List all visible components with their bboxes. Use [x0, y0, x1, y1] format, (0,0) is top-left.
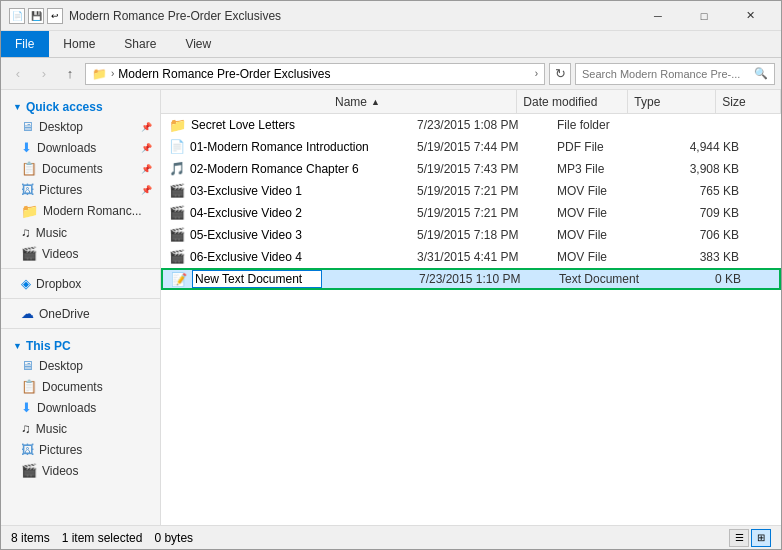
large-icons-view-button[interactable]: ⊞: [751, 529, 771, 547]
ribbon: File Home Share View: [1, 31, 781, 58]
table-row[interactable]: 🎬 05-Exclusive Video 3 5/19/2015 7:18 PM…: [161, 224, 781, 246]
sidebar-item-desktop[interactable]: 🖥 Desktop 📌: [1, 116, 160, 137]
desktop2-icon: 🖥: [21, 358, 34, 373]
table-row[interactable]: 🎬 03-Exclusive Video 1 5/19/2015 7:21 PM…: [161, 180, 781, 202]
file-cell-type: File folder: [557, 118, 667, 132]
col-type-label: Type: [634, 95, 660, 109]
file-cell-type: MOV File: [557, 184, 667, 198]
sidebar-item-videos2[interactable]: 🎬 Videos: [1, 460, 160, 481]
save-icon[interactable]: 💾: [28, 8, 44, 24]
videos-icon: 🎬: [21, 246, 37, 261]
table-row[interactable]: 🎬 06-Exclusive Video 4 3/31/2015 4:41 PM…: [161, 246, 781, 268]
sidebar-item-downloads2-label: Downloads: [37, 401, 96, 415]
sidebar-item-downloads[interactable]: ⬇ Downloads 📌: [1, 137, 160, 158]
file-cell-date: 7/23/2015 1:10 PM: [419, 272, 559, 286]
up-button[interactable]: ↑: [59, 63, 81, 85]
downloads-icon: ⬇: [21, 140, 32, 155]
search-input[interactable]: [582, 68, 750, 80]
sidebar-item-documents-label: Documents: [42, 162, 103, 176]
sidebar-item-videos[interactable]: 🎬 Videos: [1, 243, 160, 264]
close-button[interactable]: ✕: [727, 1, 773, 31]
minimize-button[interactable]: ─: [635, 1, 681, 31]
sidebar-item-downloads-label: Downloads: [37, 141, 96, 155]
thispc-expand-icon: ▼: [13, 341, 22, 351]
sidebar-item-pictures2[interactable]: 🖼 Pictures: [1, 439, 160, 460]
modernromance-icon: 📁: [21, 203, 38, 219]
music2-icon: ♫: [21, 421, 31, 436]
details-view-button[interactable]: ☰: [729, 529, 749, 547]
sidebar-item-pictures2-label: Pictures: [39, 443, 82, 457]
file-name: 02-Modern Romance Chapter 6: [190, 162, 359, 176]
dropbox-icon: ◈: [21, 276, 31, 291]
sidebar-item-desktop2[interactable]: 🖥 Desktop: [1, 355, 160, 376]
tab-home[interactable]: Home: [49, 31, 110, 57]
tab-view[interactable]: View: [171, 31, 226, 57]
selected-info: 1 item selected: [62, 531, 143, 545]
view-toggle-buttons: ☰ ⊞: [729, 529, 771, 547]
title-bar-icons: 📄 💾 ↩: [9, 8, 63, 24]
file-cell-type: MP3 File: [557, 162, 667, 176]
file-cell-type: Text Document: [559, 272, 669, 286]
file-cell-size: 4,944 KB: [667, 140, 747, 154]
pin-icon-pictures: 📌: [141, 185, 152, 195]
sidebar: ▼ Quick access 🖥 Desktop 📌 ⬇ Downloads 📌…: [1, 90, 161, 525]
file-mov-icon: 🎬: [169, 227, 185, 242]
file-rename-input[interactable]: [192, 270, 322, 288]
file-cell-type: MOV File: [557, 228, 667, 242]
col-header-size[interactable]: Size: [716, 90, 781, 113]
thispc-section[interactable]: ▼ This PC: [1, 333, 160, 355]
maximize-button[interactable]: □: [681, 1, 727, 31]
undo-icon[interactable]: ↩: [47, 8, 63, 24]
sidebar-item-dropbox[interactable]: ◈ Dropbox: [1, 273, 160, 294]
file-cell-size: 383 KB: [667, 250, 747, 264]
quick-access-section[interactable]: ▼ Quick access: [1, 94, 160, 116]
table-row[interactable]: 🎵 02-Modern Romance Chapter 6 5/19/2015 …: [161, 158, 781, 180]
table-row[interactable]: 📄 01-Modern Romance Introduction 5/19/20…: [161, 136, 781, 158]
refresh-button[interactable]: ↻: [549, 63, 571, 85]
file-cell-size: 706 KB: [667, 228, 747, 242]
documents2-icon: 📋: [21, 379, 37, 394]
col-header-date[interactable]: Date modified: [517, 90, 628, 113]
file-cell-size: 765 KB: [667, 184, 747, 198]
file-name: Secret Love Letters: [191, 118, 295, 132]
file-cell-name: 📄 01-Modern Romance Introduction: [169, 139, 417, 154]
sidebar-item-pictures[interactable]: 🖼 Pictures 📌: [1, 179, 160, 200]
sidebar-item-onedrive[interactable]: ☁ OneDrive: [1, 303, 160, 324]
ribbon-tabs: File Home Share View: [1, 31, 781, 57]
forward-button[interactable]: ›: [33, 63, 55, 85]
status-bar: 8 items 1 item selected 0 bytes ☰ ⊞: [1, 525, 781, 549]
sidebar-item-downloads2[interactable]: ⬇ Downloads: [1, 397, 160, 418]
tab-file[interactable]: File: [1, 31, 49, 57]
file-cell-size: 0 KB: [669, 272, 749, 286]
table-row[interactable]: 📝 7/23/2015 1:10 PM Text Document 0 KB: [161, 268, 781, 290]
col-header-name[interactable]: Name ▲: [329, 90, 517, 113]
sidebar-divider-1: [1, 268, 160, 269]
file-list[interactable]: 📁 Secret Love Letters 7/23/2015 1:08 PM …: [161, 114, 781, 525]
sidebar-item-music2-label: Music: [36, 422, 67, 436]
table-row[interactable]: 📁 Secret Love Letters 7/23/2015 1:08 PM …: [161, 114, 781, 136]
sidebar-item-music2[interactable]: ♫ Music: [1, 418, 160, 439]
status-left: 8 items 1 item selected 0 bytes: [11, 531, 193, 545]
sort-arrow-name: ▲: [371, 97, 380, 107]
file-cell-name: 📁 Secret Love Letters: [169, 117, 417, 133]
tab-share[interactable]: Share: [110, 31, 171, 57]
col-header-type[interactable]: Type: [628, 90, 716, 113]
sidebar-item-modernromance[interactable]: 📁 Modern Romanc...: [1, 200, 160, 222]
sidebar-item-dropbox-label: Dropbox: [36, 277, 81, 291]
breadcrumb[interactable]: 📁 › Modern Romance Pre-Order Exclusives …: [85, 63, 545, 85]
sidebar-item-music[interactable]: ♫ Music: [1, 222, 160, 243]
table-row[interactable]: 🎬 04-Exclusive Video 2 5/19/2015 7:21 PM…: [161, 202, 781, 224]
col-size-label: Size: [722, 95, 745, 109]
desktop-icon: 🖥: [21, 119, 34, 134]
sidebar-item-documents2[interactable]: 📋 Documents: [1, 376, 160, 397]
search-icon: 🔍: [754, 67, 768, 80]
sidebar-item-documents[interactable]: 📋 Documents 📌: [1, 158, 160, 179]
file-cell-type: MOV File: [557, 250, 667, 264]
file-mov-icon: 🎬: [169, 205, 185, 220]
title-bar: 📄 💾 ↩ Modern Romance Pre-Order Exclusive…: [1, 1, 781, 31]
file-cell-name: 🎬 04-Exclusive Video 2: [169, 205, 417, 220]
back-button[interactable]: ‹: [7, 63, 29, 85]
onedrive-icon: ☁: [21, 306, 34, 321]
pictures-icon: 🖼: [21, 182, 34, 197]
file-txt-icon: 📝: [171, 272, 187, 287]
